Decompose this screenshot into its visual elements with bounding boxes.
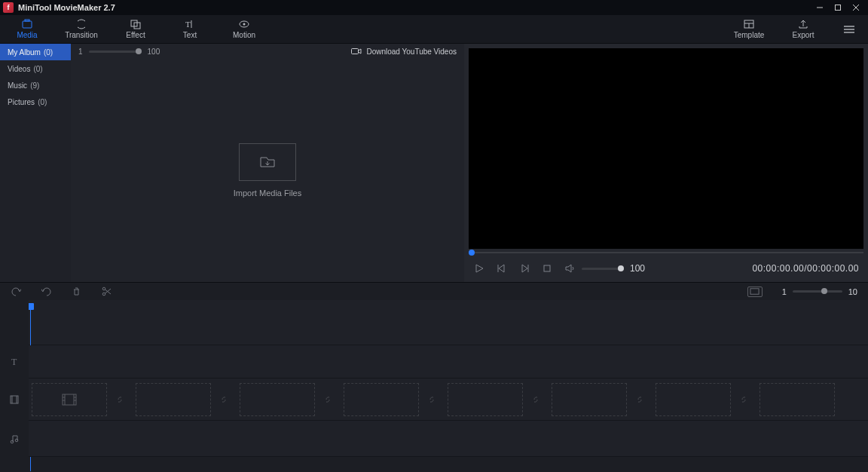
svg-rect-4	[23, 21, 32, 28]
minimize-button[interactable]	[811, 0, 829, 15]
thumb-slider-min: 1	[78, 48, 83, 56]
svg-point-25	[102, 287, 105, 290]
clip-slot[interactable]	[136, 383, 211, 416]
svg-marker-20	[499, 265, 504, 272]
video-track-label[interactable]	[0, 379, 29, 421]
clip-slot[interactable]	[344, 383, 419, 416]
text-icon: T	[9, 357, 20, 367]
play-button[interactable]	[473, 262, 485, 274]
text-track[interactable]	[29, 345, 868, 379]
tab-effect-label: Effect	[126, 31, 145, 39]
export-label: Export	[793, 31, 815, 39]
titlebar: f MiniTool MovieMaker 2.7	[0, 0, 868, 15]
zoom-slider[interactable]	[793, 290, 842, 293]
mute-button[interactable]	[564, 262, 576, 274]
sidebar-item-label: My Album	[8, 48, 41, 57]
media-sidebar: My Album (0) Videos (0) Music (9) Pictur…	[0, 44, 71, 282]
export-button[interactable]: Export	[776, 15, 830, 43]
undo-button[interactable]	[11, 287, 21, 297]
undo-icon	[11, 287, 21, 296]
svg-rect-1	[836, 5, 841, 11]
tab-text-label: Text	[183, 31, 197, 39]
download-youtube-link[interactable]: Download YouTube Videos	[351, 48, 457, 56]
audio-track[interactable]	[29, 421, 868, 457]
menu-button[interactable]	[830, 15, 868, 43]
tab-transition-label: Transition	[65, 31, 98, 39]
zoom-max: 10	[848, 287, 857, 296]
sidebar-item-count: (9)	[30, 81, 39, 90]
clip-slot[interactable]	[656, 383, 731, 416]
link-icon	[530, 394, 541, 405]
svg-rect-29	[750, 289, 759, 294]
svg-line-27	[105, 290, 111, 294]
clip-slot[interactable]	[448, 383, 523, 416]
sidebar-item-music[interactable]: Music (9)	[0, 77, 71, 93]
audio-track-label[interactable]	[0, 421, 29, 457]
delete-button[interactable]	[71, 287, 81, 297]
import-media-button[interactable]: Import Media Files	[234, 143, 301, 198]
svg-marker-22	[522, 265, 527, 272]
template-label: Template	[734, 31, 765, 39]
template-button[interactable]: Template	[722, 15, 776, 43]
transition-slot[interactable]	[731, 383, 756, 416]
transition-slot[interactable]	[211, 383, 237, 416]
preview-scrubber[interactable]	[469, 252, 863, 253]
timecode: 00:00:00.00/00:00:00.00	[752, 263, 859, 274]
stop-button[interactable]	[541, 262, 553, 274]
import-folder-icon	[259, 155, 276, 169]
transition-slot[interactable]	[523, 383, 549, 416]
clip-slot[interactable]	[32, 383, 107, 416]
film-icon	[9, 394, 20, 405]
link-icon	[115, 394, 125, 405]
sidebar-item-label: Music	[8, 81, 27, 90]
transition-slot[interactable]	[627, 383, 653, 416]
film-clip-icon	[61, 393, 78, 406]
link-icon	[634, 394, 645, 405]
sidebar-item-count: (0)	[44, 48, 53, 57]
tab-media[interactable]: Media	[0, 15, 54, 43]
media-panel: 1 100 Download YouTube Videos Import Med…	[71, 44, 464, 282]
thumb-size-slider[interactable]	[89, 51, 142, 53]
zoom-min: 1	[782, 287, 787, 296]
sidebar-item-videos[interactable]: Videos (0)	[0, 60, 71, 77]
clip-slot[interactable]	[760, 383, 835, 416]
sidebar-item-pictures[interactable]: Pictures (0)	[0, 93, 71, 110]
tab-effect[interactable]: Effect	[108, 15, 163, 43]
music-note-icon	[9, 434, 20, 444]
tab-text[interactable]: T Text	[163, 15, 217, 43]
clip-slot[interactable]	[552, 383, 627, 416]
maximize-button[interactable]	[829, 0, 847, 15]
transition-slot[interactable]	[419, 383, 445, 416]
close-button[interactable]	[847, 0, 865, 15]
tab-transition[interactable]: Transition	[54, 15, 108, 43]
text-track-label[interactable]: T	[0, 345, 29, 379]
link-icon	[322, 394, 333, 405]
sidebar-item-label: Pictures	[8, 98, 35, 106]
prev-frame-button[interactable]	[496, 262, 508, 274]
next-frame-button[interactable]	[518, 262, 530, 274]
redo-button[interactable]	[41, 287, 51, 297]
split-button[interactable]	[101, 287, 112, 297]
fit-to-screen-button[interactable]	[747, 287, 763, 297]
video-camera-icon	[351, 48, 362, 55]
preview-panel: 100 00:00:00.00/00:00:00.00	[464, 44, 868, 282]
video-track[interactable]	[29, 379, 868, 421]
trash-icon	[72, 287, 81, 296]
svg-text:T: T	[185, 20, 191, 29]
svg-line-28	[105, 289, 111, 293]
svg-point-11	[243, 23, 246, 26]
preview-viewport[interactable]	[469, 48, 863, 249]
volume-slider[interactable]	[582, 268, 624, 270]
sidebar-item-myalbum[interactable]: My Album (0)	[0, 44, 71, 60]
clip-slot[interactable]	[240, 383, 315, 416]
transition-slot[interactable]	[107, 383, 133, 416]
tab-motion[interactable]: Motion	[217, 15, 271, 43]
svg-point-26	[102, 293, 105, 296]
thumb-slider-max: 100	[148, 48, 160, 56]
svg-marker-19	[476, 265, 483, 272]
redo-icon	[41, 287, 51, 296]
transition-slot[interactable]	[315, 383, 341, 416]
timeline-ruler[interactable]	[29, 300, 868, 345]
app-title: MiniTool MovieMaker 2.7	[18, 3, 115, 12]
sidebar-item-count: (0)	[38, 98, 47, 106]
